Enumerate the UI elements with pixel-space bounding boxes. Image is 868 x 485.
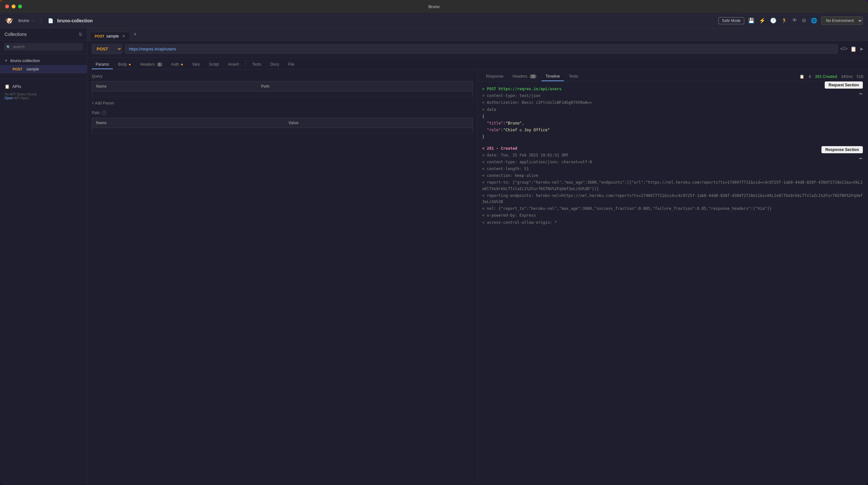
params-pane: Query Name Path bbox=[87, 69, 477, 485]
tab-params[interactable]: Params bbox=[92, 60, 113, 69]
method-selector-wrap: POST GET PUT DELETE bbox=[92, 44, 122, 54]
timeline-line-7: } bbox=[482, 134, 864, 140]
window-controls[interactable] bbox=[5, 4, 22, 8]
globe-icon[interactable]: 🌐 bbox=[811, 18, 817, 24]
tl-resp-status-text: < 201 - Created bbox=[482, 146, 517, 151]
tl-title-key: "title" bbox=[487, 121, 503, 125]
sidebar: Collections ⇅ ▼ bruno-collection bbox=[0, 28, 87, 485]
history-icon[interactable]: 🕐 bbox=[770, 18, 777, 24]
settings-icon[interactable]: ⚙ bbox=[802, 18, 806, 24]
tab-assert[interactable]: Assert bbox=[224, 60, 243, 69]
tab-tests[interactable]: Tests bbox=[248, 60, 265, 69]
collection-icon: 📄 bbox=[48, 18, 53, 23]
tab-label: sample bbox=[106, 34, 119, 38]
no-api-spec-text: No API Specs found. Open API Spec. bbox=[4, 91, 83, 101]
save-icon[interactable]: 💾 bbox=[748, 18, 754, 24]
path-label-wrap: Path ? bbox=[92, 111, 473, 115]
request-method-badge: POST bbox=[11, 67, 24, 71]
timeline-line-10: < content-type: application/json; charse… bbox=[482, 159, 864, 165]
close-dot[interactable] bbox=[5, 4, 9, 8]
resp-download-icon[interactable]: ⬇ bbox=[808, 74, 811, 79]
add-param-button[interactable]: + Add Param bbox=[92, 101, 473, 105]
tab-docs[interactable]: Docs bbox=[266, 60, 283, 69]
path-label-text: Path bbox=[92, 111, 100, 115]
sidebar-header: Collections ⇅ bbox=[0, 28, 87, 40]
tab-sample[interactable]: POST sample ✕ bbox=[90, 32, 130, 40]
name-column-header: Name bbox=[92, 82, 257, 91]
sort-icon[interactable]: ⇅ bbox=[79, 32, 83, 37]
eye-icon[interactable]: 👁 bbox=[792, 18, 797, 24]
content-area: Collections ⇅ ▼ bruno-collection bbox=[0, 28, 868, 485]
method-selector[interactable]: POST GET PUT DELETE bbox=[92, 44, 122, 54]
collection-name: bruno-collection bbox=[57, 18, 93, 23]
tab-close-button[interactable]: ✕ bbox=[122, 34, 125, 38]
topbar: 🐶 bruno ··· 📄 bruno-collection Safe Mode… bbox=[0, 13, 868, 28]
apis-header: 📋 APIs bbox=[4, 82, 83, 91]
action-column-header bbox=[402, 82, 472, 91]
collection-item-name: bruno-collection bbox=[10, 58, 40, 63]
timeline-line-15: < nel: {"report_to":"heroku-nel","max_ag… bbox=[482, 206, 864, 212]
safe-mode-button[interactable]: Safe Mode bbox=[718, 17, 744, 24]
apis-section: 📋 APIs No API Specs found. Open API Spec… bbox=[0, 79, 87, 104]
path-name-header: Name bbox=[92, 118, 285, 128]
timeline-line-17: < access-control-allow-origin: * bbox=[482, 219, 864, 226]
request-item-sample[interactable]: POST sample bbox=[0, 65, 87, 73]
tab-body[interactable]: Body ● bbox=[114, 60, 135, 69]
url-bar: POST GET PUT DELETE </> 📋 ➤ bbox=[87, 41, 868, 58]
tab-file[interactable]: File bbox=[284, 60, 298, 69]
apis-file-icon: 📋 bbox=[4, 84, 10, 89]
share-icon[interactable]: ⚡ bbox=[759, 18, 766, 24]
response-pane: Response Headers 15 Timeline Tests 📋 ⬇ 2… bbox=[477, 69, 868, 485]
api-spec-suffix: API Spec. bbox=[14, 96, 30, 100]
path-help-icon[interactable]: ? bbox=[102, 111, 106, 115]
collection-item-bruno[interactable]: ▼ bruno-collection bbox=[0, 56, 87, 65]
tab-method-badge: POST bbox=[95, 34, 104, 38]
maximize-dot[interactable] bbox=[18, 4, 22, 8]
tl-role-key: "role" bbox=[487, 128, 501, 132]
path-table: Name Value bbox=[92, 118, 473, 133]
resp-tab-timeline[interactable]: Timeline bbox=[541, 72, 564, 81]
send-button[interactable]: ➤ bbox=[859, 46, 864, 52]
tl-req-method-text: > POST https://reqres.in/api/users bbox=[482, 87, 562, 91]
timeline-line-14: < reporting-endpoints: heroku-nel=https:… bbox=[482, 193, 864, 205]
environment-selector[interactable]: No Environment bbox=[821, 17, 863, 25]
resp-tab-headers[interactable]: Headers 15 bbox=[509, 72, 540, 81]
request-arrow-icon: ← bbox=[859, 90, 863, 97]
window-title: Bruno bbox=[429, 4, 440, 9]
url-input[interactable] bbox=[125, 44, 838, 54]
timeline-line-6: "role":"Chief ◇ Joy Office" bbox=[482, 127, 864, 133]
minimize-dot[interactable] bbox=[12, 4, 16, 8]
tab-script[interactable]: Script bbox=[205, 60, 223, 69]
query-table: Name Path bbox=[92, 81, 473, 97]
request-section-annotation: Request Section ← bbox=[825, 82, 863, 97]
request-tabs: Params Body ● Headers 1 Auth ● Vars Scri… bbox=[87, 58, 868, 69]
main-panel: POST sample ✕ + POST GET PUT bbox=[87, 28, 868, 485]
tab-auth[interactable]: Auth ● bbox=[167, 60, 187, 69]
tab-vars[interactable]: Vars bbox=[188, 60, 204, 69]
user-more-button[interactable]: ··· bbox=[31, 18, 35, 23]
user-name: bruno bbox=[19, 18, 29, 23]
copy-url-icon[interactable]: 📋 bbox=[850, 46, 857, 52]
tl-role-val: "Chief ◇ Joy Office" bbox=[503, 128, 550, 132]
response-arrow-icon: ← bbox=[859, 155, 863, 161]
resp-copy-icon[interactable]: 📋 bbox=[800, 74, 804, 79]
tab-headers[interactable]: Headers 1 bbox=[136, 60, 166, 69]
tabs-bar: POST sample ✕ + bbox=[87, 28, 868, 41]
search-wrap bbox=[4, 43, 83, 51]
search-input[interactable] bbox=[4, 43, 83, 51]
resp-tab-tests[interactable]: Tests bbox=[565, 72, 582, 81]
request-name: sample bbox=[27, 67, 39, 71]
add-tab-button[interactable]: + bbox=[131, 30, 140, 39]
timeline-line-5: "title":"Bruno", bbox=[482, 120, 864, 126]
response-section-annotation: Response Section ← bbox=[822, 146, 863, 161]
path-column-header: Path bbox=[257, 82, 402, 91]
open-api-spec-link[interactable]: Open bbox=[4, 96, 13, 100]
timeline-line-8: < 201 - Created bbox=[482, 146, 864, 152]
response-section-label: Response Section bbox=[822, 146, 863, 153]
resp-tab-response[interactable]: Response bbox=[482, 72, 507, 81]
timeline-line-4: { bbox=[482, 114, 864, 120]
run-icon[interactable]: 🏃 bbox=[781, 18, 787, 24]
topbar-icons: 💾 ⚡ 🕐 🏃 👁 ⚙ 🌐 bbox=[748, 18, 817, 24]
tab-divider bbox=[245, 60, 246, 67]
code-view-icon[interactable]: </> bbox=[840, 46, 848, 52]
